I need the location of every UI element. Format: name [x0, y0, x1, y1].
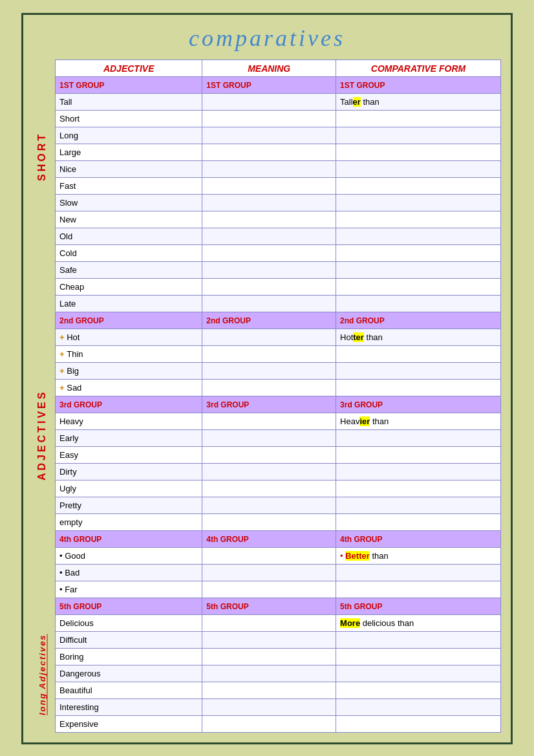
meaning-cell [202, 144, 336, 161]
comparative-cell [336, 380, 501, 396]
comparative-cell [336, 632, 501, 649]
comparative-cell [336, 127, 501, 144]
adjective-cell: • Good [56, 548, 202, 565]
table-row: HeavyHeavier than [56, 413, 501, 430]
table-row: Slow [56, 195, 501, 211]
adjective-cell: + Thin [56, 346, 202, 363]
group-label-adjective: 3rd GROUP [56, 396, 202, 413]
adjective-cell: Pretty [56, 497, 202, 514]
comparative-cell: Heavier than [336, 413, 501, 430]
comparative-cell [336, 682, 501, 699]
comparative-cell [336, 565, 501, 581]
short-label: SHORT [33, 59, 51, 254]
adjective-cell: Early [56, 430, 202, 447]
adjective-cell: Beautiful [56, 682, 202, 699]
comparative-cell [336, 211, 501, 228]
table-row: Easy [56, 447, 501, 464]
meaning-cell [202, 346, 336, 363]
adjective-cell: Short [56, 111, 202, 127]
meaning-cell [202, 514, 336, 531]
adjective-cell: Large [56, 144, 202, 161]
side-labels: SHORT ADJECTIVES long Adjectives [33, 59, 51, 733]
table-row: Early [56, 430, 501, 447]
comparative-cell [336, 665, 501, 682]
group-row: 1ST GROUP1ST GROUP1ST GROUP [56, 77, 501, 94]
group-label-meaning: 1ST GROUP [202, 77, 336, 94]
meaning-cell [202, 632, 336, 649]
comparative-cell [336, 514, 501, 531]
table-row: Cold [56, 245, 501, 262]
group-label-meaning: 5th GROUP [202, 598, 336, 615]
table-row: Safe [56, 262, 501, 279]
comparative-cell [336, 178, 501, 195]
adjective-cell: Nice [56, 161, 202, 178]
group-label-comparative: 3rd GROUP [336, 396, 501, 413]
adjective-cell: Old [56, 228, 202, 245]
adjective-cell: Ugly [56, 481, 202, 497]
table-row: TallTaller than [56, 94, 501, 111]
meaning-cell [202, 430, 336, 447]
group-label-comparative: 5th GROUP [336, 598, 501, 615]
adjective-cell: Late [56, 296, 202, 312]
comparative-cell: Taller than [336, 94, 501, 111]
table-row: Late [56, 296, 501, 312]
group-label-meaning: 2nd GROUP [202, 312, 336, 329]
adjective-cell: • Bad [56, 565, 202, 581]
comparative-cell: • Better than [336, 548, 501, 565]
meaning-cell [202, 296, 336, 312]
adjective-cell: Difficult [56, 632, 202, 649]
comparative-cell [336, 363, 501, 380]
group-row: 4th GROUP4th GROUP4th GROUP [56, 531, 501, 548]
table-row: • Bad [56, 565, 501, 581]
table-row: Nice [56, 161, 501, 178]
meaning-cell [202, 262, 336, 279]
meaning-cell [202, 279, 336, 296]
adjective-cell: Boring [56, 649, 202, 665]
content-wrapper: SHORT ADJECTIVES long Adjectives ADJECTI… [33, 59, 501, 733]
comparatives-table: ADJECTIVE MEANING COMPARATIVE FORM 1ST G… [55, 59, 501, 733]
adjectives-label: ADJECTIVES [33, 325, 51, 545]
adjective-cell: Tall [56, 94, 202, 111]
table-row: + Big [56, 363, 501, 380]
meaning-cell [202, 329, 336, 346]
meaning-cell [202, 649, 336, 665]
meaning-cell [202, 497, 336, 514]
comparative-cell [336, 144, 501, 161]
group-label-meaning: 4th GROUP [202, 531, 336, 548]
meaning-cell [202, 127, 336, 144]
table-row: Beautiful [56, 682, 501, 699]
adjective-cell: Heavy [56, 413, 202, 430]
adjective-cell: New [56, 211, 202, 228]
comparative-cell [336, 279, 501, 296]
table-row: Boring [56, 649, 501, 665]
group-label-adjective: 4th GROUP [56, 531, 202, 548]
meaning-cell [202, 665, 336, 682]
meaning-cell [202, 195, 336, 211]
table-row: DeliciousMore delicious than [56, 615, 501, 632]
meaning-cell [202, 581, 336, 598]
group-row: 2nd GROUP2nd GROUP2nd GROUP [56, 312, 501, 329]
long-label: long Adjectives [33, 616, 51, 733]
meaning-cell [202, 178, 336, 195]
meaning-cell [202, 111, 336, 127]
header-meaning: MEANING [202, 60, 336, 77]
comparative-cell [336, 581, 501, 598]
group-row: 3rd GROUP3rd GROUP3rd GROUP [56, 396, 501, 413]
meaning-cell [202, 481, 336, 497]
table-row: Fast [56, 178, 501, 195]
meaning-cell [202, 682, 336, 699]
meaning-cell [202, 464, 336, 481]
page-title: comparatives [33, 25, 501, 52]
group-label-comparative: 2nd GROUP [336, 312, 501, 329]
adjective-cell: Expensive [56, 716, 202, 733]
comparative-cell [336, 649, 501, 665]
meaning-cell [202, 380, 336, 396]
table-row: New [56, 211, 501, 228]
adjective-cell: + Sad [56, 380, 202, 396]
adjective-cell: Fast [56, 178, 202, 195]
meaning-cell [202, 94, 336, 111]
meaning-cell [202, 228, 336, 245]
meaning-cell [202, 211, 336, 228]
group-label-adjective: 1ST GROUP [56, 77, 202, 94]
group-label-adjective: 5th GROUP [56, 598, 202, 615]
